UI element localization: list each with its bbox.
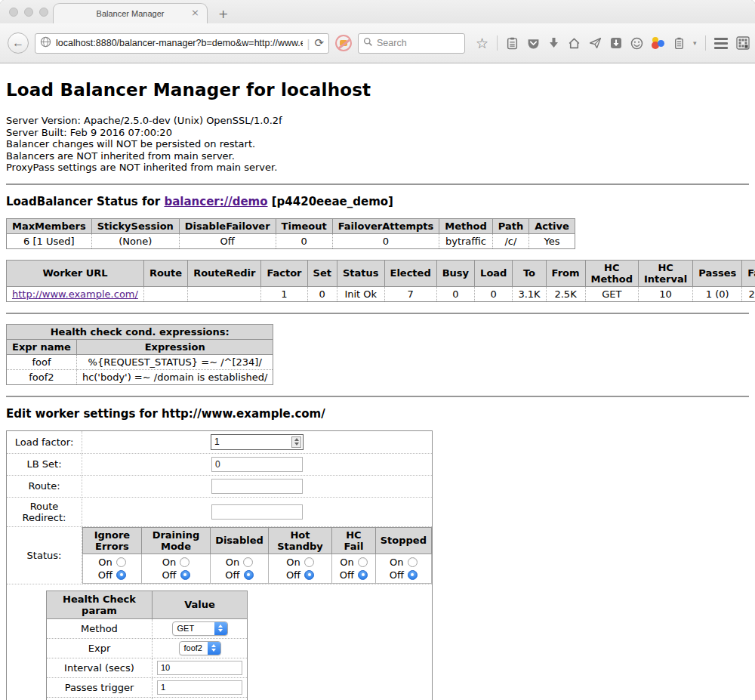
new-tab-button[interactable]: + xyxy=(218,8,228,20)
toolbar-separator xyxy=(705,35,706,51)
hot-standby-off-radio[interactable] xyxy=(304,570,314,580)
feedback-smiley-icon[interactable] xyxy=(630,37,643,50)
col-method: Method xyxy=(439,218,492,233)
select-arrows-icon xyxy=(214,621,227,636)
extension-download-icon[interactable] xyxy=(610,37,622,49)
tab-title: Balancer Manager xyxy=(97,9,165,18)
col-load: Load xyxy=(475,260,513,286)
colorful-extension-icon[interactable] xyxy=(652,37,665,49)
menu-icon[interactable] xyxy=(714,38,728,49)
off-label: Off xyxy=(340,569,354,581)
window-minimize-button[interactable] xyxy=(24,8,33,17)
expression-row: foof %{REQUEST_STATUS} =~ /^[234]/ xyxy=(7,354,273,369)
lb-set-input[interactable] xyxy=(211,457,303,472)
browser-titlebar: Balancer Manager × + xyxy=(0,0,755,23)
hc-fail-radios: On Off xyxy=(332,554,376,583)
url-divider: | xyxy=(307,37,310,50)
server-version-line: Server Version: Apache/2.5.0-dev (Unix) … xyxy=(6,115,749,127)
stopped-off-radio[interactable] xyxy=(408,570,418,580)
workers-table: Worker URL Route RouteRedir Factor Set S… xyxy=(6,260,755,302)
hc-fails-row: Fails trigger) xyxy=(47,697,248,700)
reload-icon[interactable]: ⟳ xyxy=(314,36,324,50)
balancer-link[interactable]: balancer://demo xyxy=(164,195,267,208)
stopped-radios: On Off xyxy=(375,554,431,583)
url-input[interactable] xyxy=(56,38,303,48)
url-bar[interactable]: | ⟳ xyxy=(35,33,329,54)
hc-fail-on-radio[interactable] xyxy=(358,557,368,567)
search-input[interactable] xyxy=(377,38,452,48)
balancers-notice-line: Balancers are NOT inherited from main se… xyxy=(6,150,749,162)
hc-method-row: Method GET xyxy=(47,618,248,638)
balancer-status-heading: LoadBalancer Status for balancer://demo … xyxy=(6,195,749,208)
hc-interval-row: Interval (secs) xyxy=(47,658,248,677)
hc-expr-row: Expr foof2 xyxy=(47,638,248,658)
on-label: On xyxy=(98,556,112,569)
downloads-icon[interactable] xyxy=(548,37,559,49)
disabled-radios: On Off xyxy=(211,554,269,583)
health-check-row: Health Check param Value Method GET xyxy=(7,584,433,700)
lb-set-label: LB Set: xyxy=(7,453,82,475)
disabled-on-radio[interactable] xyxy=(243,557,253,567)
page-content: Load Balancer Manager for localhost Serv… xyxy=(0,63,755,700)
status-label: Status: xyxy=(7,526,82,584)
hot-standby-on-radio[interactable] xyxy=(304,557,314,567)
window-close-button[interactable] xyxy=(9,8,18,17)
col-hot-standby: Hot Standby xyxy=(268,527,331,554)
hc-passes-input[interactable] xyxy=(157,680,242,695)
battery-extension-icon[interactable] xyxy=(673,37,685,50)
load-factor-input[interactable] xyxy=(211,434,304,450)
expression-row: foof2 hc('body') =~ /domain is establish… xyxy=(7,369,273,384)
col-route: Route xyxy=(143,260,187,286)
ignore-errors-on-radio[interactable] xyxy=(116,557,126,567)
col-hc-param: Health Check param xyxy=(47,591,153,618)
hc-passes-row: Passes trigger xyxy=(47,677,248,697)
divider xyxy=(6,183,749,185)
hc-expr-select[interactable]: foof2 xyxy=(179,641,221,655)
route-label: Route: xyxy=(7,475,82,497)
search-bar[interactable] xyxy=(358,33,465,54)
col-failoverattempts: FailoverAttempts xyxy=(332,218,439,233)
col-fails: Fails xyxy=(742,260,755,286)
col-elected: Elected xyxy=(384,260,436,286)
hc-fail-off-radio[interactable] xyxy=(358,570,368,580)
back-button[interactable]: ← xyxy=(8,32,29,54)
tab-close-icon[interactable]: × xyxy=(191,8,199,17)
disabled-off-radio[interactable] xyxy=(244,570,254,580)
hc-method-select[interactable]: GET xyxy=(172,621,228,636)
bookmark-star-icon[interactable]: ☆ xyxy=(476,36,488,51)
number-spinner-icon[interactable] xyxy=(291,436,301,448)
col-status: Status xyxy=(337,260,384,286)
stopped-on-radio[interactable] xyxy=(408,557,418,567)
server-built-line: Server Built: Feb 9 2016 07:00:20 xyxy=(6,127,749,139)
hc-interval-input[interactable] xyxy=(157,661,242,675)
globe-icon xyxy=(40,36,51,51)
col-disablefailover: DisableFailover xyxy=(179,218,276,233)
status-row: Status: Ignore Errors Draining Mode Disa… xyxy=(7,526,433,584)
draining-mode-on-radio[interactable] xyxy=(180,557,190,567)
window-controls xyxy=(9,8,48,17)
draining-mode-off-radio[interactable] xyxy=(180,570,190,580)
col-expr-name: Expr name xyxy=(7,339,77,354)
pocket-icon[interactable] xyxy=(527,37,540,50)
window-zoom-button[interactable] xyxy=(39,8,48,17)
content-blocked-icon[interactable] xyxy=(335,35,352,51)
send-icon[interactable] xyxy=(589,37,602,49)
col-disabled: Disabled xyxy=(211,527,269,554)
balancer-params-row: 6 [1 Used] (None) Off 0 0 bytraffic /c/ … xyxy=(7,233,575,248)
off-label: Off xyxy=(162,569,176,581)
col-from: From xyxy=(546,260,585,286)
ignore-errors-off-radio[interactable] xyxy=(116,570,126,580)
route-input[interactable] xyxy=(211,479,303,494)
route-redirect-input[interactable] xyxy=(211,504,303,520)
page-title: Load Balancer Manager for localhost xyxy=(6,80,749,100)
worker-url-link[interactable]: http://www.example.com/ xyxy=(12,288,138,300)
chevron-down-icon[interactable]: ▾ xyxy=(693,39,697,47)
reading-list-icon[interactable] xyxy=(506,37,519,50)
browser-tab[interactable]: Balancer Manager × xyxy=(53,3,208,23)
col-expression: Expression xyxy=(76,339,273,354)
home-icon[interactable] xyxy=(568,37,581,49)
col-active: Active xyxy=(529,218,575,233)
col-passes: Passes xyxy=(693,260,742,286)
draining-mode-radios: On Off xyxy=(141,554,210,583)
apps-grid-icon[interactable] xyxy=(736,36,750,50)
